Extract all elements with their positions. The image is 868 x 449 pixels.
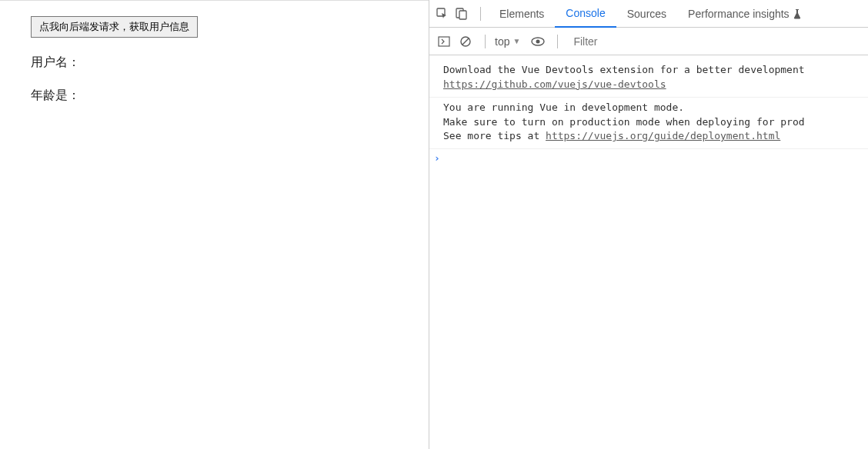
chevron-down-icon: ▼ (512, 37, 520, 45)
live-expression-icon[interactable] (529, 33, 546, 50)
username-label: 用户名： (31, 55, 429, 71)
tab-sources[interactable]: Sources (616, 0, 677, 28)
devtools-tabs: Elements Console Sources Performance ins… (429, 0, 868, 28)
svg-rect-2 (459, 11, 466, 19)
svg-point-7 (536, 39, 540, 43)
tab-performance-insights-label: Performance insights (688, 8, 790, 20)
device-toggle-icon[interactable] (454, 7, 468, 21)
console-text: Download the Vue Devtools extension for … (443, 64, 805, 75)
separator (480, 7, 481, 21)
devtools-panel: Elements Console Sources Performance ins… (429, 0, 868, 449)
tab-performance-insights[interactable]: Performance insights (677, 0, 813, 28)
tab-elements[interactable]: Elements (489, 0, 555, 28)
svg-line-5 (462, 38, 469, 45)
sidebar-toggle-icon[interactable] (436, 33, 452, 50)
clear-console-icon[interactable] (457, 33, 474, 50)
console-message: You are running Vue in development mode.… (429, 98, 868, 150)
page-content: 点我向后端发请求，获取用户信息 用户名： 年龄是： (0, 0, 429, 449)
console-toolbar: top ▼ (429, 28, 868, 55)
tab-console[interactable]: Console (555, 0, 616, 28)
console-text: See more tips at (443, 130, 546, 141)
console-message: Download the Vue Devtools extension for … (429, 60, 868, 98)
age-label: 年龄是： (31, 88, 429, 104)
context-label: top (495, 35, 509, 48)
console-text: Make sure to turn on production mode whe… (443, 116, 805, 128)
fetch-user-button[interactable]: 点我向后端发请求，获取用户信息 (31, 16, 198, 38)
separator (485, 35, 486, 48)
filter-input[interactable] (567, 32, 862, 51)
context-selector[interactable]: top ▼ (492, 35, 523, 48)
separator (557, 35, 558, 48)
console-prompt[interactable]: › (429, 149, 868, 164)
console-text: You are running Vue in development mode. (443, 101, 684, 113)
console-link[interactable]: https://vuejs.org/guide/deployment.html (546, 130, 780, 141)
console-link[interactable]: https://github.com/vuejs/vue-devtools (443, 78, 666, 90)
console-output: Download the Vue Devtools extension for … (429, 55, 868, 449)
flask-icon (793, 8, 802, 19)
inspect-element-icon[interactable] (436, 7, 449, 21)
